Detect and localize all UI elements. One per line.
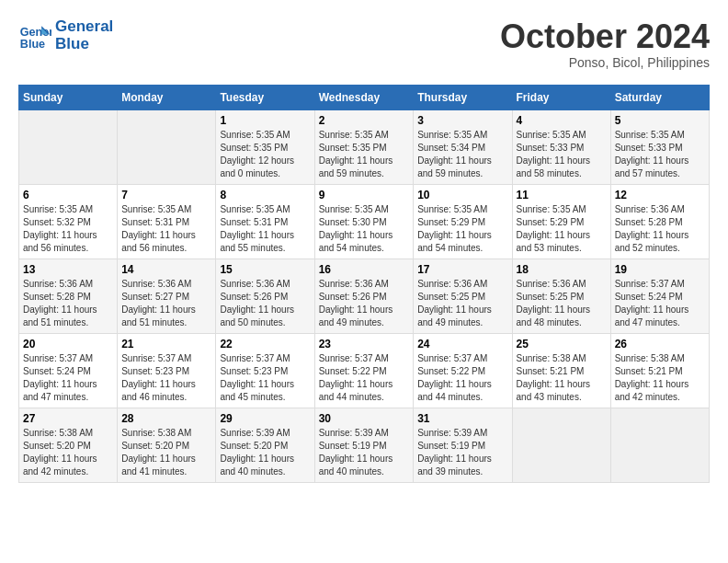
week-row-4: 20Sunrise: 5:37 AMSunset: 5:24 PMDayligh…: [19, 333, 710, 408]
title-block: October 2024 Ponso, Bicol, Philippines: [500, 18, 710, 70]
calendar-cell: 3Sunrise: 5:35 AMSunset: 5:34 PMDaylight…: [414, 109, 512, 184]
day-number: 24: [417, 338, 507, 350]
calendar-cell: 17Sunrise: 5:36 AMSunset: 5:25 PMDayligh…: [414, 259, 512, 333]
logo-text: General Blue: [55, 18, 113, 52]
calendar-cell: 30Sunrise: 5:39 AMSunset: 5:19 PMDayligh…: [314, 408, 414, 482]
cell-info: Sunrise: 5:38 AMSunset: 5:21 PMDaylight:…: [615, 352, 705, 404]
day-number: 21: [121, 338, 211, 350]
day-number: 19: [615, 263, 705, 276]
day-number: 12: [615, 189, 705, 201]
cell-info: Sunrise: 5:37 AMSunset: 5:22 PMDaylight:…: [319, 352, 410, 404]
day-number: 11: [517, 189, 607, 201]
page-header: General Blue General Blue October 2024 P…: [18, 18, 710, 70]
cell-info: Sunrise: 5:38 AMSunset: 5:21 PMDaylight:…: [517, 352, 607, 404]
calendar-cell: 26Sunrise: 5:38 AMSunset: 5:21 PMDayligh…: [610, 333, 709, 408]
month-title: October 2024: [500, 18, 710, 55]
calendar-cell: 31Sunrise: 5:39 AMSunset: 5:19 PMDayligh…: [414, 408, 512, 482]
calendar-cell: 22Sunrise: 5:37 AMSunset: 5:23 PMDayligh…: [216, 333, 314, 408]
calendar-cell: 15Sunrise: 5:36 AMSunset: 5:26 PMDayligh…: [216, 259, 314, 333]
cell-info: Sunrise: 5:35 AMSunset: 5:31 PMDaylight:…: [220, 203, 310, 255]
calendar-cell: 12Sunrise: 5:36 AMSunset: 5:28 PMDayligh…: [610, 184, 709, 259]
day-number: 26: [615, 338, 705, 350]
cell-info: Sunrise: 5:35 AMSunset: 5:29 PMDaylight:…: [517, 203, 607, 255]
day-number: 8: [220, 189, 310, 201]
day-number: 3: [417, 114, 507, 127]
cell-info: Sunrise: 5:37 AMSunset: 5:23 PMDaylight:…: [121, 352, 211, 404]
day-number: 22: [220, 338, 310, 350]
day-number: 30: [319, 412, 410, 425]
day-number: 23: [319, 338, 410, 350]
cell-info: Sunrise: 5:39 AMSunset: 5:20 PMDaylight:…: [220, 427, 310, 478]
day-number: 18: [517, 263, 607, 276]
day-number: 4: [517, 114, 607, 127]
calendar-cell: 19Sunrise: 5:37 AMSunset: 5:24 PMDayligh…: [610, 259, 709, 333]
calendar-cell: 27Sunrise: 5:38 AMSunset: 5:20 PMDayligh…: [19, 408, 118, 482]
day-number: 17: [417, 263, 507, 276]
cell-info: Sunrise: 5:35 AMSunset: 5:33 PMDaylight:…: [615, 129, 705, 180]
week-row-2: 6Sunrise: 5:35 AMSunset: 5:32 PMDaylight…: [19, 184, 710, 259]
cell-info: Sunrise: 5:36 AMSunset: 5:26 PMDaylight:…: [220, 278, 310, 329]
calendar-cell: 7Sunrise: 5:35 AMSunset: 5:31 PMDaylight…: [118, 184, 216, 259]
calendar-cell: 25Sunrise: 5:38 AMSunset: 5:21 PMDayligh…: [512, 333, 610, 408]
header-monday: Monday: [118, 85, 216, 109]
cell-info: Sunrise: 5:35 AMSunset: 5:31 PMDaylight:…: [121, 203, 211, 255]
calendar-cell: 16Sunrise: 5:36 AMSunset: 5:26 PMDayligh…: [314, 259, 414, 333]
day-number: 13: [23, 263, 113, 276]
calendar-cell: 24Sunrise: 5:37 AMSunset: 5:22 PMDayligh…: [414, 333, 512, 408]
day-number: 20: [23, 338, 113, 350]
cell-info: Sunrise: 5:35 AMSunset: 5:35 PMDaylight:…: [220, 129, 310, 180]
day-number: 15: [220, 263, 310, 276]
calendar-cell: 10Sunrise: 5:35 AMSunset: 5:29 PMDayligh…: [414, 184, 512, 259]
header-saturday: Saturday: [610, 85, 709, 109]
logo-icon: General Blue: [18, 19, 51, 52]
week-row-3: 13Sunrise: 5:36 AMSunset: 5:28 PMDayligh…: [19, 259, 710, 333]
day-number: 29: [220, 412, 310, 425]
calendar-cell: 11Sunrise: 5:35 AMSunset: 5:29 PMDayligh…: [512, 184, 610, 259]
cell-info: Sunrise: 5:35 AMSunset: 5:29 PMDaylight:…: [417, 203, 507, 255]
svg-text:Blue: Blue: [20, 37, 45, 50]
day-number: 6: [23, 189, 113, 201]
cell-info: Sunrise: 5:35 AMSunset: 5:32 PMDaylight:…: [23, 203, 113, 255]
week-row-1: 1Sunrise: 5:35 AMSunset: 5:35 PMDaylight…: [19, 109, 710, 184]
cell-info: Sunrise: 5:39 AMSunset: 5:19 PMDaylight:…: [319, 427, 410, 478]
cell-info: Sunrise: 5:38 AMSunset: 5:20 PMDaylight:…: [121, 427, 211, 478]
cell-info: Sunrise: 5:39 AMSunset: 5:19 PMDaylight:…: [417, 427, 507, 478]
header-thursday: Thursday: [414, 85, 512, 109]
calendar-cell: 6Sunrise: 5:35 AMSunset: 5:32 PMDaylight…: [19, 184, 118, 259]
cell-info: Sunrise: 5:36 AMSunset: 5:25 PMDaylight:…: [517, 278, 607, 329]
location-subtitle: Ponso, Bicol, Philippines: [500, 55, 710, 70]
day-number: 16: [319, 263, 410, 276]
calendar-cell: [512, 408, 610, 482]
cell-info: Sunrise: 5:36 AMSunset: 5:27 PMDaylight:…: [121, 278, 211, 329]
calendar-cell: 23Sunrise: 5:37 AMSunset: 5:22 PMDayligh…: [314, 333, 414, 408]
header-sunday: Sunday: [19, 85, 118, 109]
calendar-cell: 29Sunrise: 5:39 AMSunset: 5:20 PMDayligh…: [216, 408, 314, 482]
calendar-cell: 28Sunrise: 5:38 AMSunset: 5:20 PMDayligh…: [118, 408, 216, 482]
header-wednesday: Wednesday: [314, 85, 414, 109]
calendar-cell: 1Sunrise: 5:35 AMSunset: 5:35 PMDaylight…: [216, 109, 314, 184]
cell-info: Sunrise: 5:36 AMSunset: 5:26 PMDaylight:…: [319, 278, 410, 329]
calendar-cell: [19, 109, 118, 184]
cell-info: Sunrise: 5:37 AMSunset: 5:24 PMDaylight:…: [23, 352, 113, 404]
week-row-5: 27Sunrise: 5:38 AMSunset: 5:20 PMDayligh…: [19, 408, 710, 482]
day-number: 5: [615, 114, 705, 127]
day-number: 28: [121, 412, 211, 425]
header-tuesday: Tuesday: [216, 85, 314, 109]
day-number: 7: [121, 189, 211, 201]
cell-info: Sunrise: 5:37 AMSunset: 5:24 PMDaylight:…: [615, 278, 705, 329]
calendar-cell: 13Sunrise: 5:36 AMSunset: 5:28 PMDayligh…: [19, 259, 118, 333]
day-number: 2: [319, 114, 410, 127]
cell-info: Sunrise: 5:35 AMSunset: 5:34 PMDaylight:…: [417, 129, 507, 180]
cell-info: Sunrise: 5:37 AMSunset: 5:22 PMDaylight:…: [417, 352, 507, 404]
day-number: 14: [121, 263, 211, 276]
calendar-cell: 5Sunrise: 5:35 AMSunset: 5:33 PMDaylight…: [610, 109, 709, 184]
cell-info: Sunrise: 5:35 AMSunset: 5:33 PMDaylight:…: [517, 129, 607, 180]
calendar-cell: 14Sunrise: 5:36 AMSunset: 5:27 PMDayligh…: [118, 259, 216, 333]
cell-info: Sunrise: 5:36 AMSunset: 5:28 PMDaylight:…: [23, 278, 113, 329]
calendar-cell: [118, 109, 216, 184]
header-friday: Friday: [512, 85, 610, 109]
cell-info: Sunrise: 5:35 AMSunset: 5:35 PMDaylight:…: [319, 129, 410, 180]
logo: General Blue General Blue: [18, 18, 113, 52]
day-number: 27: [23, 412, 113, 425]
cell-info: Sunrise: 5:36 AMSunset: 5:28 PMDaylight:…: [615, 203, 705, 255]
